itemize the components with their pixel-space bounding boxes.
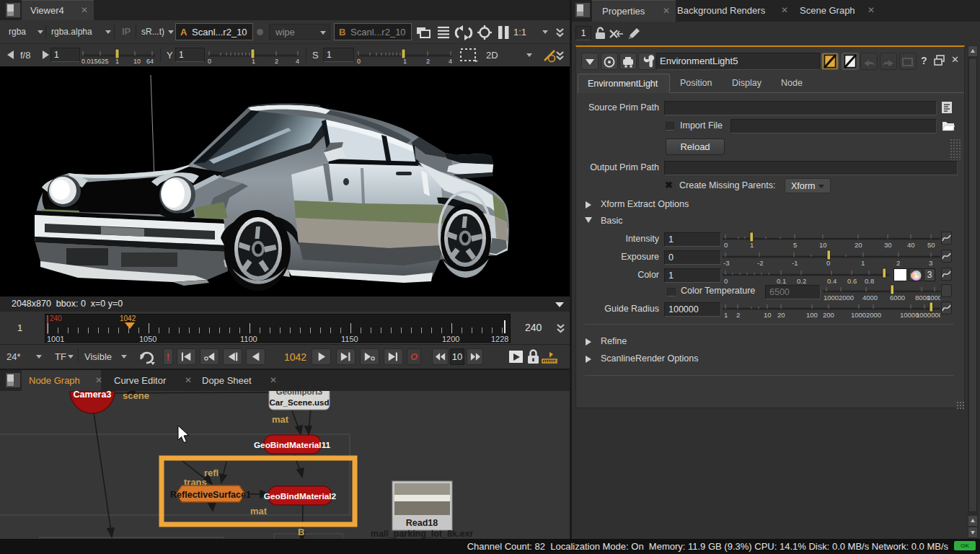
svg-text:40: 40 (907, 241, 915, 248)
svg-text:5: 5 (793, 241, 797, 248)
svg-text:0.2: 0.2 (797, 277, 806, 284)
svg-text:0: 0 (208, 58, 211, 65)
svg-text:B: B (298, 527, 304, 537)
svg-text:2000: 2000 (866, 311, 881, 318)
svg-text:2: 2 (275, 58, 278, 65)
svg-text:3: 3 (929, 259, 932, 266)
svg-text:100: 100 (806, 311, 818, 318)
svg-text:ReflectiveSurface1: ReflectiveSurface1 (170, 490, 251, 500)
svg-text:10: 10 (819, 241, 827, 248)
svg-text:mat: mat (250, 506, 268, 516)
svg-text:1: 1 (252, 58, 255, 65)
svg-text:mat: mat (272, 414, 289, 425)
svg-text:mall_parking_lot_8k.exr: mall_parking_lot_8k.exr (371, 529, 474, 539)
svg-text:10000: 10000 (927, 294, 940, 301)
svg-text:1: 1 (403, 58, 407, 65)
svg-text:2: 2 (896, 259, 900, 266)
svg-text:Camera3: Camera3 (74, 391, 112, 400)
svg-text:0: 0 (826, 259, 830, 266)
svg-text:1000000: 1000000 (916, 311, 940, 318)
svg-text:scene: scene (123, 391, 149, 401)
svg-text:6000: 6000 (890, 294, 905, 301)
svg-text:2: 2 (426, 58, 430, 65)
svg-text:Read18: Read18 (406, 518, 438, 528)
svg-text:64: 64 (146, 58, 154, 65)
svg-text:30: 30 (884, 241, 892, 248)
svg-text:-2: -2 (757, 259, 763, 266)
svg-text:20: 20 (777, 311, 785, 318)
svg-text:20: 20 (855, 241, 862, 248)
svg-text:0: 0 (357, 58, 361, 65)
svg-text:2000: 2000 (839, 294, 854, 301)
svg-text:1000: 1000 (851, 311, 866, 318)
svg-text:GeoImport3: GeoImport3 (276, 391, 323, 396)
svg-text:0.015625: 0.015625 (81, 58, 109, 65)
svg-text:Car_Scene.usd: Car_Scene.usd (269, 398, 329, 407)
svg-text:10: 10 (133, 58, 141, 65)
svg-text:50: 50 (927, 241, 935, 248)
svg-text:4: 4 (449, 58, 452, 65)
svg-text:GeoBindMaterial11: GeoBindMaterial11 (254, 440, 331, 450)
svg-text:1: 1 (861, 259, 865, 266)
svg-text:0: 0 (724, 241, 728, 248)
svg-text:0.1: 0.1 (777, 277, 786, 284)
svg-text:2: 2 (736, 311, 740, 318)
svg-text:0: 0 (724, 277, 728, 284)
svg-text:GeoBindMaterial2: GeoBindMaterial2 (264, 491, 337, 501)
svg-text:4000: 4000 (862, 294, 878, 301)
svg-text:-3: -3 (723, 259, 729, 266)
svg-text:4: 4 (296, 58, 299, 65)
svg-text:1: 1 (750, 241, 754, 248)
svg-text:1000: 1000 (824, 294, 839, 301)
svg-text:1: 1 (115, 58, 119, 65)
svg-text:10: 10 (764, 311, 772, 318)
svg-text:1: 1 (724, 311, 728, 318)
svg-text:200: 200 (823, 311, 834, 318)
svg-text:-1: -1 (792, 259, 798, 266)
